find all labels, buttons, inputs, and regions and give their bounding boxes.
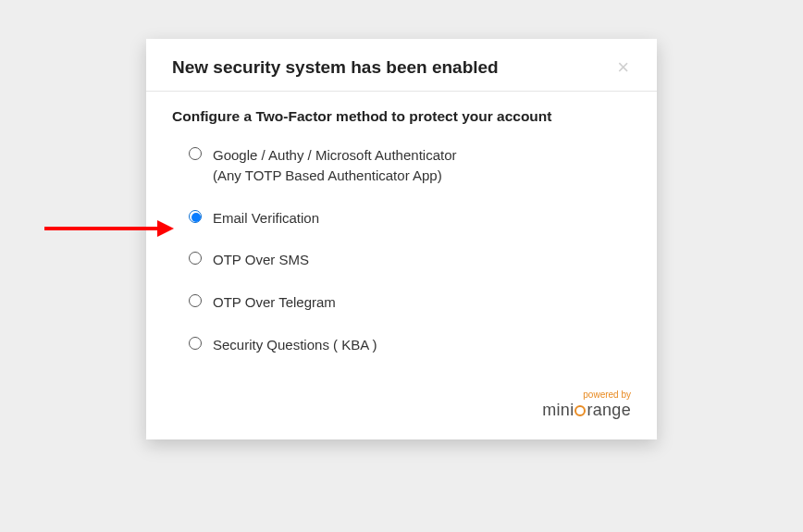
annotation-arrow-icon (44, 222, 176, 235)
option-security-questions[interactable]: Security Questions ( KBA ) (189, 335, 631, 355)
close-icon[interactable]: × (615, 57, 631, 78)
powered-by-label: powered by (542, 390, 631, 400)
brand-logo: minirange (542, 401, 631, 419)
modal-footer: powered by minirange (146, 385, 657, 439)
modal-title: New security system has been enabled (172, 57, 499, 78)
modal-subtitle: Configure a Two-Factor method to protect… (172, 108, 631, 125)
security-modal: New security system has been enabled × C… (146, 39, 657, 439)
option-label: OTP Over SMS (213, 250, 309, 270)
option-otp-sms[interactable]: OTP Over SMS (189, 250, 631, 270)
option-otp-telegram[interactable]: OTP Over Telegram (189, 292, 631, 313)
powered-by-badge: powered by minirange (542, 390, 631, 418)
option-label: Google / Authy / Microsoft Authenticator… (213, 145, 456, 186)
brand-ring-icon (574, 405, 586, 416)
radio-icon[interactable] (189, 210, 202, 223)
option-label: Email Verification (213, 208, 319, 229)
option-label: Security Questions ( KBA ) (213, 335, 377, 355)
modal-body: Configure a Two-Factor method to protect… (146, 92, 657, 385)
option-totp[interactable]: Google / Authy / Microsoft Authenticator… (189, 145, 631, 186)
radio-icon[interactable] (189, 337, 202, 350)
modal-header: New security system has been enabled × (146, 39, 657, 92)
option-email-verification[interactable]: Email Verification (189, 208, 631, 229)
radio-icon[interactable] (189, 294, 202, 307)
option-label: OTP Over Telegram (213, 292, 336, 313)
radio-icon[interactable] (189, 252, 202, 265)
radio-icon[interactable] (189, 147, 202, 160)
option-list: Google / Authy / Microsoft Authenticator… (172, 145, 631, 355)
